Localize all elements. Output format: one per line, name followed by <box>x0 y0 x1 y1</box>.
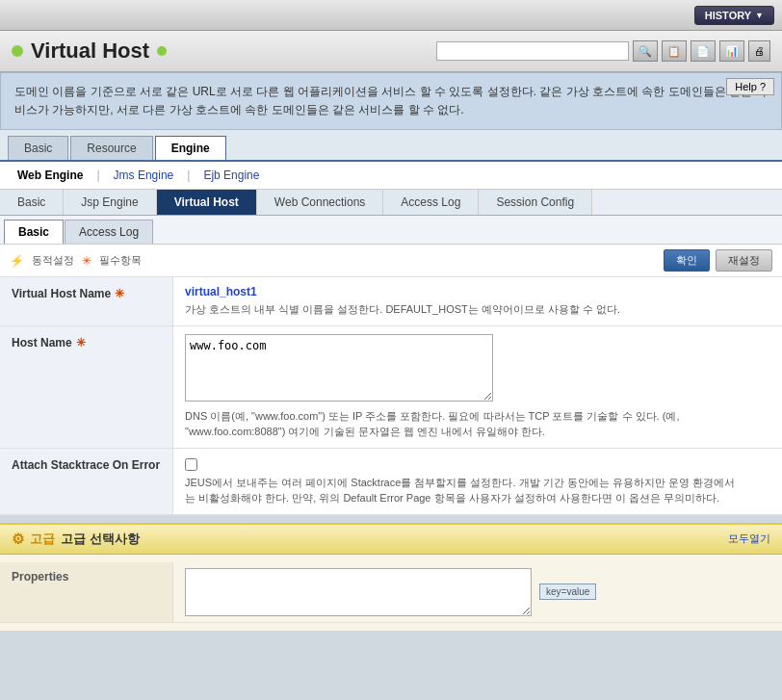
tab-resource[interactable]: Resource <box>70 136 152 160</box>
advanced-title-text: 고급 선택사항 <box>61 531 140 548</box>
dynamic-label: 동적설정 <box>32 253 74 268</box>
header: Virtual Host 🔍 📋 📄 📊 🖨 <box>0 31 782 72</box>
engine-tab-ejb[interactable]: Ejb Engine <box>194 166 269 185</box>
print-button[interactable]: 🖨 <box>748 40 770 62</box>
page-title: Virtual Host <box>31 39 149 64</box>
host-name-input[interactable]: www.foo.com <box>185 334 493 402</box>
page-title-area: Virtual Host <box>12 39 167 64</box>
description-text: 도메인 이름을 기준으로 서로 같은 URL로 서로 다른 웹 어플리케이션을 … <box>0 72 782 130</box>
search-button[interactable]: 🔍 <box>633 40 658 62</box>
tab-access-log-third[interactable]: Access Log <box>65 220 153 244</box>
properties-input[interactable] <box>185 568 532 616</box>
toolbar: ⚡ 동적설정 ✳ 필수항목 확인 재설정 <box>0 245 782 277</box>
engine-tab-jms[interactable]: Jms Engine <box>104 166 184 185</box>
tab-basic[interactable]: Basic <box>8 136 68 160</box>
attach-stacktrace-checkbox[interactable] <box>185 458 197 471</box>
form-area: Virtual Host Name ✳ virtual_host1 가상 호스트… <box>0 277 782 515</box>
virtual-host-name-text: virtual_host1 <box>185 285 770 298</box>
toolbar-left: ⚡ 동적설정 ✳ 필수항목 <box>10 253 142 268</box>
search-input[interactable] <box>436 41 629 61</box>
title-dot-1 <box>12 45 23 57</box>
tab-engine[interactable]: Engine <box>155 136 226 160</box>
confirm-button[interactable]: 확인 <box>664 249 710 272</box>
history-button[interactable]: HISTORY <box>694 6 774 25</box>
advanced-section: ⚙ 고급 고급 선택사항 모두열기 Properties key=value <box>0 523 782 631</box>
virtual-host-name-value: virtual_host1 가상 호스트의 내부 식별 이름을 설정한다. DE… <box>173 277 782 325</box>
properties-label: Properties <box>0 562 173 622</box>
tab-basic-third[interactable]: Basic <box>4 220 64 244</box>
header-right: 🔍 📋 📄 📊 🖨 <box>436 40 770 62</box>
reset-button[interactable]: 재설정 <box>716 249 772 272</box>
tab-access-log[interactable]: Access Log <box>383 190 479 215</box>
tab-web-connections[interactable]: Web Connections <box>257 190 384 215</box>
required-star-1: ✳ <box>115 287 124 300</box>
main-tabs: Basic Resource Engine <box>0 130 782 162</box>
virtual-host-name-row: Virtual Host Name ✳ virtual_host1 가상 호스트… <box>0 277 782 326</box>
attach-stacktrace-row: Attach Stacktrace On Error JEUS에서 보내주는 여… <box>0 449 782 515</box>
tab-virtual-host[interactable]: Virtual Host <box>157 190 257 215</box>
toolbar-right: 확인 재설정 <box>664 249 772 272</box>
required-star-2: ✳ <box>76 336 86 350</box>
title-dot-2 <box>157 46 167 56</box>
top-bar: HISTORY <box>0 0 782 31</box>
advanced-header: ⚙ 고급 고급 선택사항 모두열기 <box>0 525 782 555</box>
dynamic-icon: ⚡ <box>10 254 24 268</box>
advanced-title-prefix: 고급 <box>30 531 55 548</box>
advanced-title: ⚙ 고급 고급 선택사항 <box>12 531 140 548</box>
attach-stacktrace-desc: JEUS에서 보내주는 여러 페이지에 Stacktrace를 첨부할지를 설정… <box>185 475 743 506</box>
attach-stacktrace-checkbox-area <box>185 456 770 471</box>
host-name-value: www.foo.com DNS 이름(예, "www.foo.com") 또는 … <box>173 326 782 448</box>
advanced-icon: ⚙ <box>12 531 24 548</box>
virtual-host-name-label: Virtual Host Name ✳ <box>0 277 173 325</box>
third-tabs: Basic Access Log <box>0 216 782 245</box>
advanced-body: Properties key=value <box>0 555 782 631</box>
virtual-host-name-desc: 가상 호스트의 내부 식별 이름을 설정한다. DEFAULT_HOST는 예약… <box>185 301 770 318</box>
clipboard-button[interactable]: 📋 <box>662 40 687 62</box>
host-name-row: Host Name ✳ www.foo.com DNS 이름(예, "www.f… <box>0 326 782 449</box>
doc-button[interactable]: 📄 <box>691 40 716 62</box>
properties-row: Properties key=value <box>0 562 782 623</box>
required-icon: ✳ <box>82 254 91 268</box>
engine-tabs: Web Engine | Jms Engine | Ejb Engine <box>0 162 782 190</box>
attach-stacktrace-label: Attach Stacktrace On Error <box>0 449 173 514</box>
advanced-expand-link[interactable]: 모두열기 <box>728 531 770 546</box>
second-tabs: Basic Jsp Engine Virtual Host Web Connec… <box>0 190 782 216</box>
tab-session-config[interactable]: Session Config <box>479 190 592 215</box>
properties-value: key=value <box>173 562 782 622</box>
chart-button[interactable]: 📊 <box>719 40 744 62</box>
tab-jsp-engine[interactable]: Jsp Engine <box>64 190 156 215</box>
key-value-badge: key=value <box>539 583 596 600</box>
help-button[interactable]: Help ? <box>726 78 774 95</box>
history-label: HISTORY <box>705 10 751 21</box>
attach-stacktrace-value: JEUS에서 보내주는 여러 페이지에 Stacktrace를 첨부할지를 설정… <box>173 449 782 514</box>
tab-basic-second[interactable]: Basic <box>0 190 64 215</box>
required-label: 필수항목 <box>99 253 142 268</box>
engine-tab-web[interactable]: Web Engine <box>8 166 92 185</box>
host-name-label: Host Name ✳ <box>0 326 173 448</box>
description-area: 도메인 이름을 기준으로 서로 같은 URL로 서로 다른 웹 어플리케이션을 … <box>0 72 782 130</box>
host-name-desc: DNS 이름(예, "www.foo.com") 또는 IP 주소를 포함한다.… <box>185 408 743 440</box>
